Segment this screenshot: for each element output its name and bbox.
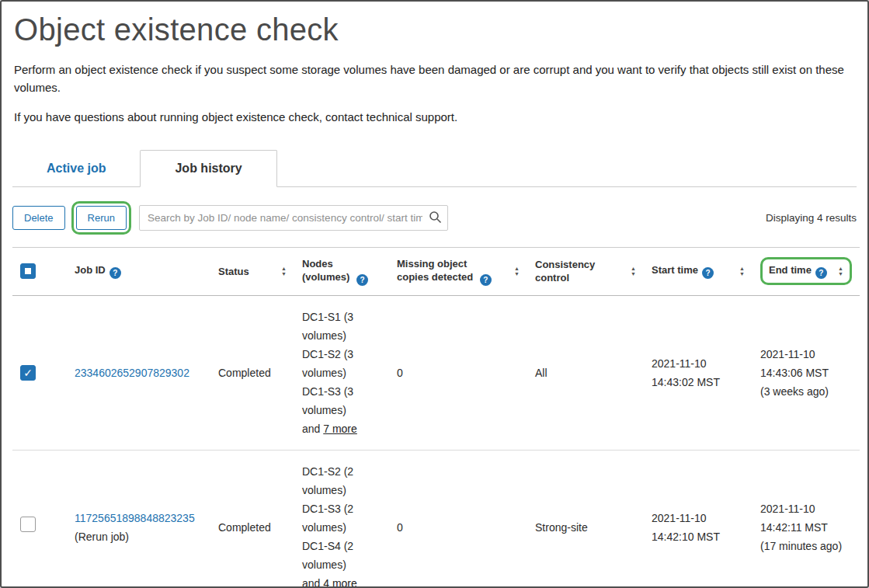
search-icon[interactable] [429,210,442,224]
missing-copies-help-icon[interactable] [480,274,492,286]
missing-copies-sort-icon[interactable] [514,266,520,277]
nodes-help-icon[interactable] [356,274,368,286]
job-note: (Rerun job) [75,527,203,546]
column-header-start-time[interactable]: Start time [652,264,698,276]
status-sort-icon[interactable] [281,266,287,277]
tab-bar: Active job Job history [12,150,857,187]
page-title: Object existence check [14,12,857,47]
start-time-help-icon[interactable] [702,267,714,279]
job-id-link[interactable]: 11725651898848823235 [75,512,195,524]
column-header-nodes[interactable]: Nodes (volumes) [302,258,349,283]
start-time-sort-icon[interactable] [739,266,745,277]
more-nodes-prefix: and [302,577,320,588]
column-header-consistency[interactable]: Consistency control [535,259,595,284]
toolbar: Delete Rerun Displaying 4 results [12,201,857,235]
end-time-help-icon[interactable] [815,267,827,279]
column-header-end-time[interactable]: End time [769,264,812,276]
more-nodes-link[interactable]: 4 more [323,577,357,588]
end-time-highlight-annotation: End time [760,257,852,285]
table-header-row: Job ID Status Nodes (volumes) [12,247,860,295]
select-all-checkbox[interactable] [20,263,36,279]
end-time-sort-icon[interactable] [838,266,843,277]
column-header-status[interactable]: Status [218,265,249,278]
missing-copies-value: 0 [397,367,403,379]
page-description-2: If you have questions about running obje… [14,109,857,127]
table-row: 11725651898848823235 (Rerun job) Complet… [12,450,860,588]
search-box [139,205,448,231]
start-time-value: 2021-11-10 14:42:10 MST [652,512,720,543]
node-item: DC1-S3 (2 volumes) [302,499,381,537]
rerun-highlight-annotation: Rerun [71,201,131,235]
object-existence-check-page: Object existence check Perform an object… [0,0,869,588]
more-nodes-prefix: and [302,423,320,435]
search-input[interactable] [139,205,448,231]
more-nodes-link[interactable]: 7 more [323,423,357,435]
row-checkbox[interactable] [20,517,36,532]
end-time-ago: (17 minutes ago) [760,537,852,555]
node-item: DC1-S2 (2 volumes) [302,462,381,499]
node-item: DC1-S2 (3 volumes) [302,345,381,382]
tab-active-job[interactable]: Active job [12,151,140,186]
consistency-sort-icon[interactable] [631,266,636,277]
page-description-1: Perform an object existence check if you… [14,61,857,96]
delete-button[interactable]: Delete [12,206,65,230]
consistency-value: Strong-site [535,521,588,534]
row-checkbox[interactable] [20,365,36,381]
end-time-value: 2021-11-10 14:42:11 MST [760,503,828,534]
rerun-button[interactable]: Rerun [76,206,127,230]
end-time-value: 2021-11-10 14:43:06 MST [760,348,829,379]
status-value: Completed [218,521,271,534]
job-id-help-icon[interactable] [109,267,121,279]
job-id-link[interactable]: 2334602652907829302 [75,367,189,379]
results-count: Displaying 4 results [766,212,857,224]
node-item: DC1-S4 (2 volumes) [302,537,381,574]
column-header-missing-copies[interactable]: Missing object copies detected [397,258,473,283]
status-value: Completed [218,367,271,379]
column-header-job-id[interactable]: Job ID [75,264,106,276]
consistency-value: All [535,367,547,379]
end-time-ago: (3 weeks ago) [760,382,852,401]
missing-copies-value: 0 [397,521,403,534]
node-item: DC1-S1 (3 volumes) [302,308,381,345]
node-item: DC1-S3 (3 volumes) [302,382,381,419]
job-history-table: Job ID Status Nodes (volumes) [12,247,860,588]
start-time-value: 2021-11-10 14:43:02 MST [652,357,720,388]
table-row: 2334602652907829302 Completed DC1-S1 (3 … [12,295,860,450]
tab-job-history[interactable]: Job history [140,150,276,187]
